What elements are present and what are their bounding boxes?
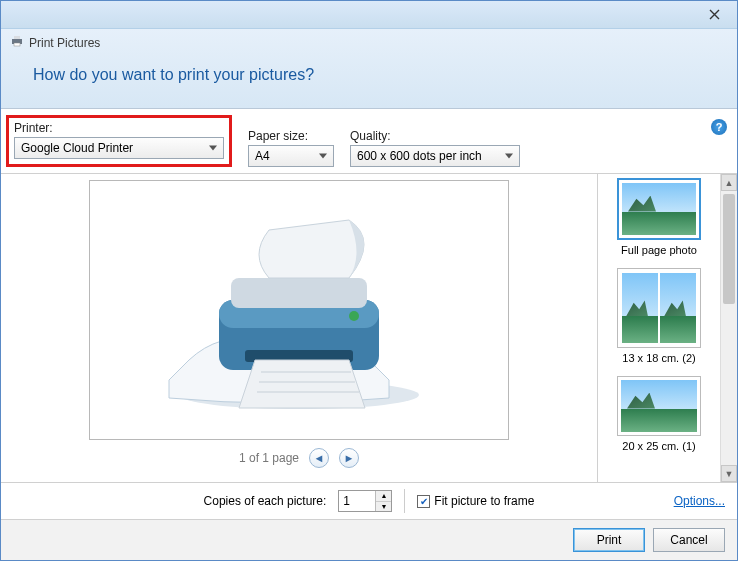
layout-scrollbar[interactable]: ▲ ▼ (720, 174, 737, 482)
quality-value: 600 x 600 dots per inch (357, 149, 482, 163)
layout-label: Full page photo (617, 244, 701, 256)
paper-size-label: Paper size: (248, 129, 334, 143)
copies-up-button[interactable]: ▲ (376, 491, 391, 502)
layout-option[interactable]: 20 x 25 cm. (1) (617, 376, 701, 452)
printer-illustration (149, 200, 449, 420)
printer-highlight-box: Printer: Google Cloud Printer (6, 115, 232, 167)
svg-point-7 (349, 311, 359, 321)
pager-text: 1 of 1 page (239, 451, 299, 465)
next-page-button[interactable]: ► (339, 448, 359, 468)
layout-option[interactable]: Full page photo (617, 178, 701, 256)
scroll-up-button[interactable]: ▲ (721, 174, 737, 191)
scroll-thumb[interactable] (723, 194, 735, 304)
window-title: Print Pictures (29, 36, 100, 50)
scroll-down-button[interactable]: ▼ (721, 465, 737, 482)
fit-to-frame-checkbox[interactable]: ✔ (417, 495, 430, 508)
footer-buttons: Print Cancel (1, 519, 737, 560)
prev-page-button[interactable]: ◄ (309, 448, 329, 468)
layout-label: 20 x 25 cm. (1) (617, 440, 701, 452)
quality-label: Quality: (350, 129, 520, 143)
layout-thumbnail (617, 268, 701, 348)
print-button[interactable]: Print (573, 528, 645, 552)
copies-spinner[interactable]: ▲ ▼ (338, 490, 392, 512)
paper-size-select[interactable]: A4 (248, 145, 334, 167)
layout-thumbnail (617, 376, 701, 436)
printer-select[interactable]: Google Cloud Printer (14, 137, 224, 159)
help-icon[interactable]: ? (711, 119, 727, 135)
printer-select-value: Google Cloud Printer (21, 141, 133, 155)
main-area: 1 of 1 page ◄ ► Full page photo13 x 18 c… (1, 173, 737, 482)
paper-size-value: A4 (255, 149, 270, 163)
layout-sidebar: Full page photo13 x 18 cm. (2)20 x 25 cm… (597, 174, 737, 482)
pager: 1 of 1 page ◄ ► (239, 448, 359, 468)
cancel-button[interactable]: Cancel (653, 528, 725, 552)
preview-canvas (89, 180, 509, 440)
copies-input[interactable] (339, 491, 375, 511)
layout-option[interactable]: 13 x 18 cm. (2) (617, 268, 701, 364)
svg-rect-6 (231, 278, 367, 308)
divider (404, 489, 405, 513)
close-icon[interactable] (699, 5, 729, 25)
copies-down-button[interactable]: ▼ (376, 502, 391, 512)
print-options-row: Printer: Google Cloud Printer Paper size… (1, 109, 737, 173)
printer-label: Printer: (14, 121, 224, 135)
svg-rect-2 (14, 43, 20, 46)
svg-rect-1 (14, 36, 20, 39)
footer-options: Copies of each picture: ▲ ▼ ✔ Fit pictur… (1, 482, 737, 519)
copies-label: Copies of each picture: (204, 494, 327, 508)
options-link[interactable]: Options... (674, 494, 725, 508)
titlebar (1, 1, 737, 29)
layout-thumbnail (617, 178, 701, 240)
quality-select[interactable]: 600 x 600 dots per inch (350, 145, 520, 167)
dialog-header: Print Pictures How do you want to print … (1, 29, 737, 109)
print-pictures-dialog: Print Pictures How do you want to print … (0, 0, 738, 561)
layout-label: 13 x 18 cm. (2) (617, 352, 701, 364)
printer-small-icon (11, 35, 23, 50)
preview-area: 1 of 1 page ◄ ► (1, 174, 597, 482)
header-question: How do you want to print your pictures? (11, 66, 727, 84)
fit-to-frame-label: Fit picture to frame (434, 494, 534, 508)
